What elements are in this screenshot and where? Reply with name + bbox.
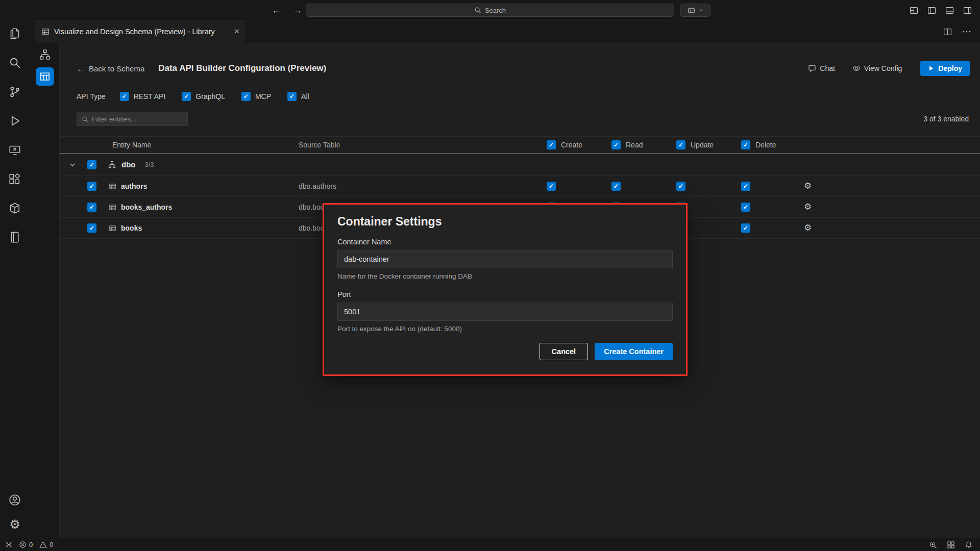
designer-rail (30, 43, 60, 538)
row-checkbox[interactable]: ✓ (87, 203, 96, 212)
error-count: 0 (29, 541, 33, 548)
port-label: Port (337, 290, 673, 298)
filter-all[interactable]: ✓ All (287, 92, 309, 101)
cancel-button[interactable]: Cancel (540, 343, 589, 360)
title-bar: ← → Search (0, 0, 980, 20)
chat-button[interactable]: Chat (808, 64, 835, 72)
container-name-input[interactable] (337, 250, 673, 268)
table-icon (109, 224, 116, 232)
check-icon: ✓ (89, 183, 94, 189)
tab-visualize-design-schema[interactable]: Visualize and Design Schema (Preview) - … (35, 20, 246, 43)
check-icon: ✓ (549, 142, 554, 148)
mcp-checkbox[interactable]: ✓ (241, 92, 251, 101)
run-debug-icon[interactable] (9, 115, 21, 127)
split-editor-icon[interactable] (943, 28, 952, 36)
table-icon (109, 204, 116, 211)
database-projects-icon[interactable] (9, 202, 21, 214)
back-to-schema-link[interactable]: ← Back to Schema (77, 64, 144, 73)
select-all-update-checkbox[interactable]: ✓ (676, 140, 685, 149)
schema-group-row[interactable]: ✓ dbo 3/3 (60, 154, 980, 176)
search-label: Search (485, 7, 506, 14)
notebook-icon[interactable] (9, 231, 21, 243)
explorer-icon[interactable] (9, 28, 21, 40)
create-container-button[interactable]: Create Container (595, 343, 673, 360)
check-icon: ✓ (184, 93, 189, 99)
read-checkbox[interactable]: ✓ (611, 182, 621, 191)
select-all-read-checkbox[interactable]: ✓ (611, 140, 621, 149)
zoom-icon[interactable] (929, 541, 937, 549)
search-icon (82, 116, 88, 122)
rest-api-checkbox[interactable]: ✓ (120, 92, 129, 101)
view-config-label: View Config (864, 64, 902, 72)
table-icon (109, 183, 116, 190)
tab-close-icon[interactable]: × (234, 27, 239, 37)
search-sidebar-icon[interactable] (9, 57, 21, 69)
filter-rest-api[interactable]: ✓ REST API (120, 92, 166, 101)
check-icon: ✓ (678, 142, 683, 148)
account-icon[interactable] (9, 494, 21, 506)
extensions-icon[interactable] (9, 173, 21, 185)
group-checkbox[interactable]: ✓ (87, 160, 96, 169)
row-checkbox[interactable]: ✓ (87, 182, 96, 191)
session-dropdown[interactable] (680, 4, 710, 17)
remote-explorer-icon[interactable] (9, 144, 21, 156)
header-create: Create (561, 141, 582, 149)
source-control-icon[interactable] (9, 86, 21, 98)
filter-mcp[interactable]: ✓ MCP (241, 92, 271, 101)
api-type-label: API Type (77, 92, 106, 101)
nav-forward-icon[interactable]: → (293, 5, 302, 16)
view-config-button[interactable]: View Config (852, 64, 902, 72)
table-header: Entity Name Source Table ✓ Create ✓ Read (60, 136, 980, 154)
table-row: ✓ authors dbo.authors ✓ ✓ ✓ ✓ ⚙ (60, 176, 980, 197)
eye-icon (852, 64, 861, 72)
toggle-sidebar-icon[interactable] (927, 6, 936, 15)
filter-graphql[interactable]: ✓ GraphQL (182, 92, 225, 101)
all-checkbox[interactable]: ✓ (287, 92, 297, 101)
row-settings-gear-icon[interactable]: ⚙ (804, 202, 812, 212)
entity-name: books_authors (121, 203, 172, 211)
check-icon: ✓ (89, 204, 94, 210)
row-checkbox[interactable]: ✓ (87, 223, 96, 233)
dab-config-view-icon[interactable] (36, 67, 54, 86)
schema-group-count: 3/3 (145, 161, 154, 168)
check-icon: ✓ (743, 183, 748, 189)
delete-checkbox[interactable]: ✓ (741, 182, 750, 191)
schema-view-icon[interactable] (39, 49, 51, 60)
mcp-label: MCP (255, 92, 271, 101)
settings-gear-icon[interactable]: ⚙ (9, 518, 20, 531)
select-all-create-checkbox[interactable]: ✓ (547, 140, 556, 149)
delete-checkbox[interactable]: ✓ (741, 223, 750, 233)
header-delete: Delete (755, 141, 776, 149)
row-settings-gear-icon[interactable]: ⚙ (804, 223, 812, 233)
command-center-search[interactable]: Search (306, 4, 674, 17)
row-settings-gear-icon[interactable]: ⚙ (804, 181, 812, 191)
remote-indicator[interactable] (5, 541, 13, 548)
container-settings-dialog: Container Settings Container Name Name f… (323, 203, 688, 376)
graphql-checkbox[interactable]: ✓ (182, 92, 191, 101)
problems-indicator[interactable]: 0 0 (19, 541, 53, 548)
delete-checkbox[interactable]: ✓ (741, 203, 750, 212)
filter-entities-input[interactable] (92, 115, 183, 123)
filter-entities-field[interactable] (77, 112, 188, 126)
toggle-secondary-sidebar-icon[interactable] (963, 6, 972, 15)
layout-grid-icon[interactable] (947, 541, 955, 549)
select-all-delete-checkbox[interactable]: ✓ (741, 140, 750, 149)
create-checkbox[interactable]: ✓ (547, 182, 556, 191)
vscode-window: ← → Search (0, 0, 980, 551)
entity-name: books (121, 224, 142, 232)
toggle-panel-icon[interactable] (945, 6, 954, 15)
nav-back-icon[interactable]: ← (272, 5, 281, 16)
header-entity-name: Entity Name (60, 141, 299, 149)
deploy-label: Deploy (938, 64, 962, 72)
update-checkbox[interactable]: ✓ (676, 182, 685, 191)
back-arrow-icon: ← (77, 64, 84, 73)
deploy-button[interactable]: Deploy (920, 61, 970, 76)
port-input[interactable] (337, 303, 673, 321)
more-actions-icon[interactable]: ⋯ (962, 26, 972, 37)
customize-layout-icon[interactable] (910, 6, 918, 15)
check-icon: ✓ (89, 225, 94, 231)
chevron-down-icon[interactable] (69, 161, 76, 168)
api-type-filters: API Type ✓ REST API ✓ GraphQL ✓ MCP (77, 90, 326, 103)
bell-icon[interactable] (965, 541, 973, 549)
header-source-table: Source Table (299, 141, 538, 149)
